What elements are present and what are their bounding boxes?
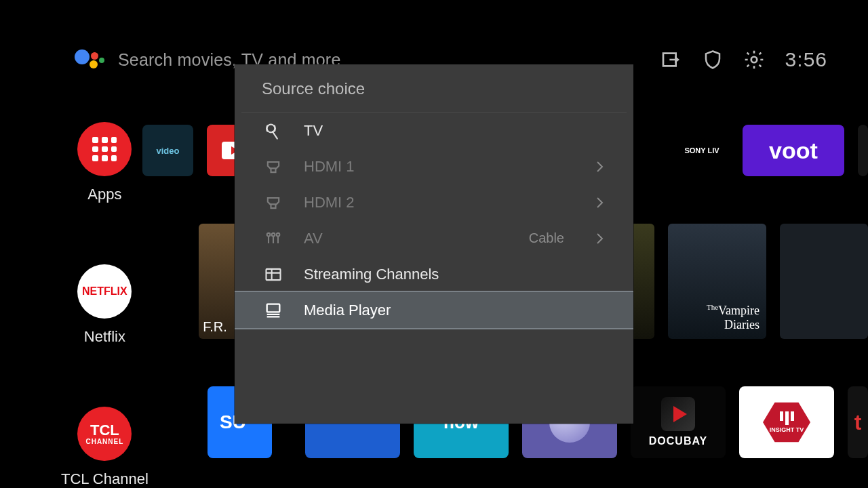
rail-item-apps[interactable]: Apps <box>77 122 132 203</box>
clock: 3:56 <box>785 48 827 71</box>
source-choice-dialog: Source choice TVHDMI 1HDMI 2AVCableStrea… <box>235 64 633 424</box>
source-option-label: HDMI 2 <box>304 194 576 211</box>
svg-point-6 <box>277 232 280 236</box>
svg-point-5 <box>272 232 275 236</box>
rail-label-apps: Apps <box>87 186 121 203</box>
shield-icon[interactable] <box>703 49 723 70</box>
google-assistant-icon <box>75 45 103 74</box>
chevron-right-icon <box>595 197 604 209</box>
apps-icon <box>77 122 132 176</box>
source-option-label: TV <box>304 122 604 140</box>
source-option-label: HDMI 1 <box>304 158 576 176</box>
media-icon <box>262 301 285 320</box>
hdmi-icon <box>262 157 285 176</box>
source-option-label: AV <box>304 230 510 247</box>
chevron-right-icon <box>595 161 604 173</box>
rail-item-tcl-channel[interactable]: TCL CHANNEL TCL Channel <box>61 407 149 488</box>
source-option-label: Media Player <box>304 302 604 319</box>
av-icon <box>262 229 285 248</box>
chevron-right-icon <box>595 232 604 245</box>
source-option-streaming[interactable]: Streaming Channels <box>235 256 633 292</box>
source-option-hdmi2[interactable]: HDMI 2 <box>235 184 633 220</box>
content-tile-more[interactable] <box>780 224 868 339</box>
source-option-tv[interactable]: TV <box>235 113 633 148</box>
insight-tv-icon: INSIGHT TV <box>763 401 810 443</box>
source-option-meta: Cable <box>529 230 564 246</box>
source-option-media[interactable]: Media Player <box>235 292 633 328</box>
tile-more-1[interactable] <box>858 125 868 176</box>
docubay-icon <box>661 397 695 431</box>
dialog-title: Source choice <box>235 64 633 112</box>
source-option-label: Streaming Channels <box>304 266 604 283</box>
svg-point-4 <box>267 232 271 236</box>
source-option-av[interactable]: AVCable <box>235 220 633 256</box>
svg-rect-7 <box>267 268 281 279</box>
antenna-icon <box>262 121 285 140</box>
rail-label-tcl: TCL Channel <box>61 470 149 488</box>
tile-voot[interactable]: voot <box>743 125 844 176</box>
tcl-channel-icon: TCL CHANNEL <box>77 407 132 461</box>
app-tile-more-2[interactable]: t <box>848 386 868 458</box>
app-tile-docubay[interactable]: DOCUBAY <box>631 386 726 458</box>
content-tile-vampire-diaries[interactable]: TheVampireDiaries <box>668 224 766 339</box>
svg-point-0 <box>751 57 757 63</box>
rail-label-netflix: Netflix <box>84 328 125 346</box>
netflix-icon: NETFLIX <box>77 264 132 319</box>
tile-prime-video[interactable]: video <box>142 125 193 176</box>
input-source-icon[interactable] <box>660 49 682 70</box>
svg-rect-8 <box>267 304 280 312</box>
rail-item-netflix[interactable]: NETFLIX Netflix <box>77 264 132 346</box>
settings-gear-icon[interactable] <box>743 49 765 70</box>
hdmi-icon <box>262 193 285 212</box>
grid-icon <box>262 265 285 284</box>
tile-sony-liv[interactable]: SONY LIV <box>675 125 729 176</box>
app-tile-insight-tv[interactable]: INSIGHT TV <box>739 386 834 458</box>
source-option-hdmi1[interactable]: HDMI 1 <box>235 148 633 184</box>
